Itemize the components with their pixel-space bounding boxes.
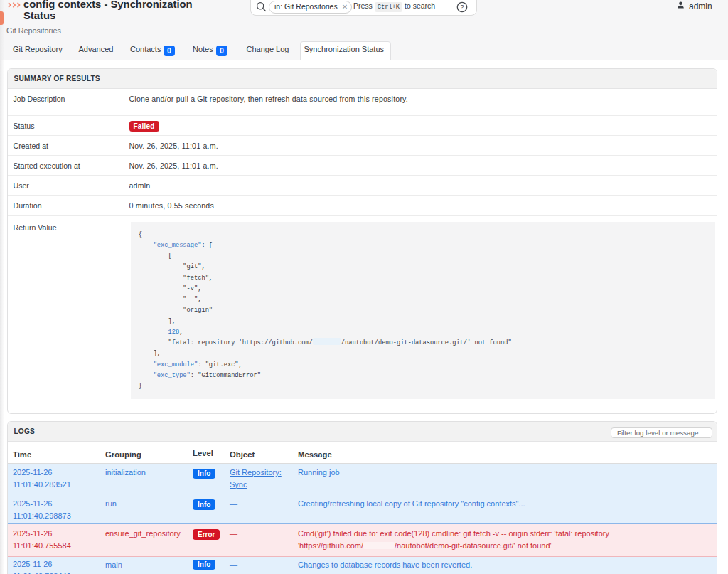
svg-text:?: ?: [460, 3, 464, 11]
